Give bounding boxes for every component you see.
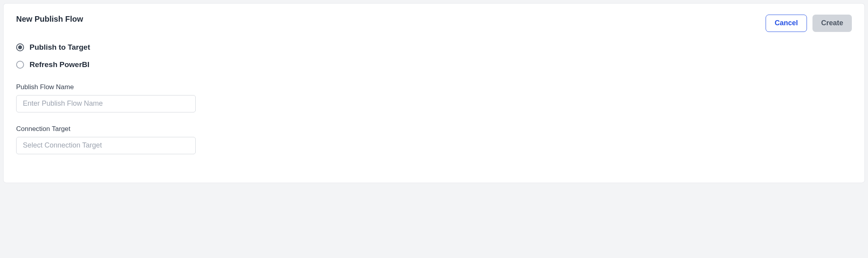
form-section: Publish Flow Name Connection Target Sele… (16, 83, 852, 154)
connection-target-field: Connection Target Select Connection Targ… (16, 125, 852, 154)
flow-name-label: Publish Flow Name (16, 83, 852, 91)
page-title: New Publish Flow (16, 15, 83, 24)
connection-target-select[interactable]: Select Connection Target (16, 137, 196, 154)
flow-name-field: Publish Flow Name (16, 83, 852, 112)
header-row: New Publish Flow Cancel Create (16, 15, 852, 32)
cancel-button[interactable]: Cancel (766, 15, 807, 32)
radio-label: Publish to Target (30, 43, 90, 52)
create-button[interactable]: Create (812, 15, 852, 32)
select-placeholder: Select Connection Target (23, 141, 102, 150)
connection-target-label: Connection Target (16, 125, 852, 133)
radio-selected-icon (16, 43, 24, 51)
radio-unselected-icon (16, 61, 24, 69)
flow-type-radio-group: Publish to Target Refresh PowerBI (16, 43, 852, 69)
radio-publish-to-target[interactable]: Publish to Target (16, 43, 852, 52)
radio-refresh-powerbi[interactable]: Refresh PowerBI (16, 60, 852, 69)
flow-name-input[interactable] (16, 95, 196, 112)
action-buttons: Cancel Create (766, 15, 852, 32)
new-publish-flow-panel: New Publish Flow Cancel Create Publish t… (3, 3, 865, 183)
radio-label: Refresh PowerBI (30, 60, 89, 69)
